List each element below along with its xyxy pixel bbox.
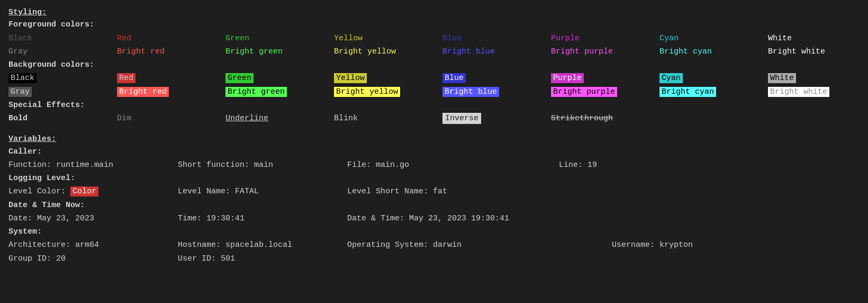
logging-level-name: Level Name: FATAL <box>178 185 347 198</box>
datetime-date: Date: May 23, 2023 <box>8 212 178 225</box>
fg-header: Foreground colors: <box>8 19 860 31</box>
bg-purple-label: Purple <box>551 73 584 83</box>
datetime-time: Time: 19:30:41 <box>178 212 347 225</box>
datetime-row: Date: May 23, 2023 Time: 19:30:41 Date &… <box>8 212 860 225</box>
fg-bright-yellow-label: Bright yellow <box>334 46 442 58</box>
bg-gray-label: Gray <box>8 87 32 97</box>
system-username: Username: krypton <box>612 239 781 251</box>
fg-bright-purple-label: Bright purple <box>551 46 659 58</box>
fx-dim-label: Dim <box>117 114 131 123</box>
caller-header: Caller: <box>8 146 860 158</box>
variables-header: Variables: <box>8 133 860 145</box>
fg-row1: Black Red Green Yellow Blue Purple Cyan … <box>8 32 860 44</box>
fx-underline-label: Underline <box>225 114 268 123</box>
logging-row: Level Color: Color Level Name: FATAL Lev… <box>8 185 860 198</box>
styling-section: Styling: Foreground colors: Black Red Gr… <box>8 6 860 124</box>
fx-blink-label: Blink <box>334 114 358 123</box>
logging-header: Logging Level: <box>8 172 860 184</box>
fg-bright-white-label: Bright white <box>768 46 868 58</box>
bg-red-label: Red <box>117 73 135 83</box>
fg-bright-green-label: Bright green <box>225 46 334 58</box>
bg-yellow-label: Yellow <box>334 73 367 83</box>
system-row2: Group ID: 20 User ID: 501 <box>8 253 860 265</box>
bg-green-label: Green <box>225 73 254 83</box>
logging-level-short: Level Short Name: fat <box>347 185 559 198</box>
fg-bright-cyan-label: Bright cyan <box>659 46 768 58</box>
fg-row2: Gray Bright red Bright green Bright yell… <box>8 46 860 58</box>
fx-bold-label: Bold <box>8 114 28 123</box>
fg-bright-red-label: Bright red <box>117 46 225 58</box>
fg-black-label: Black <box>8 32 117 44</box>
bg-bright-yellow-label: Bright yellow <box>334 87 400 97</box>
system-arch: Architecture: arm64 <box>8 239 178 251</box>
fx-row: Bold Dim Underline Blink Inverse Striket… <box>8 112 860 124</box>
caller-function: Function: runtime.main <box>8 159 178 171</box>
fg-cyan-label: Cyan <box>659 32 768 44</box>
system-hostname: Hostname: spacelab.local <box>178 239 347 251</box>
fg-blue-label: Blue <box>442 32 551 44</box>
caller-row: Function: runtime.main Short function: m… <box>8 159 860 171</box>
bg-bright-white-label: Bright white <box>768 87 829 97</box>
logging-level-color: Level Color: Color <box>8 185 178 198</box>
system-userid: User ID: 501 <box>178 253 347 265</box>
datetime-header: Date & Time Now: <box>8 199 860 211</box>
fg-green-label: Green <box>225 32 334 44</box>
fg-red-label: Red <box>117 32 225 44</box>
fx-strikethrough-label: Strikethrough <box>551 114 613 123</box>
fx-inverse-label: Inverse <box>442 113 481 124</box>
bg-bright-blue-label: Bright blue <box>442 87 499 97</box>
system-os: Operating System: darwin <box>347 239 612 251</box>
fx-header: Special Effects: <box>8 99 860 111</box>
bg-bright-red-label: Bright red <box>117 87 169 97</box>
bg-blue-label: Blue <box>442 73 466 83</box>
bg-bright-green-label: Bright green <box>225 87 287 97</box>
fg-gray-label: Gray <box>8 46 117 58</box>
fg-yellow-label: Yellow <box>334 32 442 44</box>
bg-bright-purple-label: Bright purple <box>551 87 617 97</box>
caller-file: File: main.go <box>347 159 559 171</box>
system-groupid: Group ID: 20 <box>8 253 178 265</box>
styling-header: Styling: <box>8 6 860 19</box>
bg-black-label: Black <box>8 73 37 83</box>
bg-white-label: White <box>768 73 796 83</box>
system-header: System: <box>8 226 860 238</box>
bg-cyan-label: Cyan <box>659 73 683 83</box>
datetime-full: Date & Time: May 23, 2023 19:30:41 <box>347 212 612 225</box>
bg-bright-cyan-label: Bright cyan <box>659 87 716 97</box>
bg-row2: Gray Bright red Bright green Bright yell… <box>8 86 860 98</box>
bg-header: Background colors: <box>8 59 860 71</box>
fg-white-label: White <box>768 32 868 44</box>
fg-purple-label: Purple <box>551 32 659 44</box>
variables-section: Variables: Caller: Function: runtime.mai… <box>8 133 860 265</box>
caller-line: Line: 19 <box>559 159 728 171</box>
bg-row1: Black Red Green Yellow Blue Purple Cyan … <box>8 72 860 84</box>
system-row1: Architecture: arm64 Hostname: spacelab.l… <box>8 239 860 251</box>
caller-short-fn: Short function: main <box>178 159 347 171</box>
fg-bright-blue-label: Bright blue <box>442 46 551 58</box>
